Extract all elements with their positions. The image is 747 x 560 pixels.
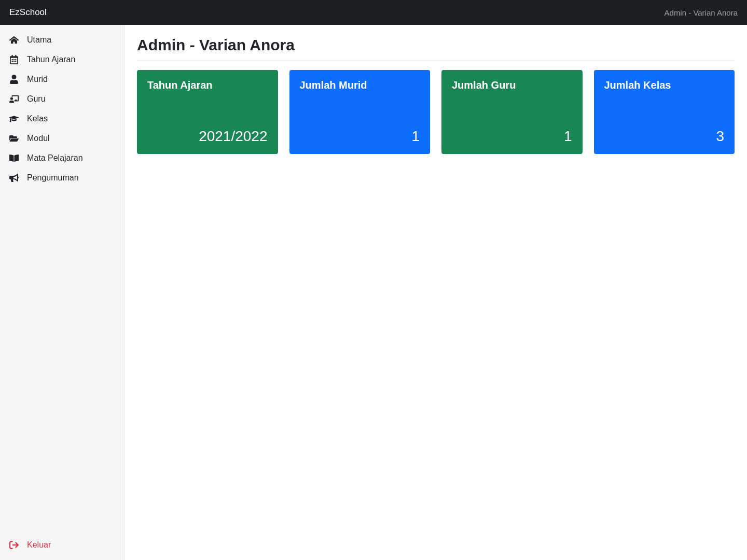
sidebar-item-tahun-ajaran[interactable]: Tahun Ajaran xyxy=(0,50,124,69)
user-icon xyxy=(9,75,19,84)
sidebar-item-guru[interactable]: Guru xyxy=(0,89,124,109)
dashboard-cards: Tahun Ajaran 2021/2022 Jumlah Murid 1 Ju… xyxy=(137,70,735,154)
card-title: Tahun Ajaran xyxy=(147,79,268,91)
sidebar-item-label: Guru xyxy=(27,94,46,104)
sidebar-item-keluar[interactable]: Keluar xyxy=(0,535,124,555)
sign-out-icon xyxy=(9,540,19,550)
sidebar-item-label: Mata Pelajaran xyxy=(27,153,83,163)
card-value: 1 xyxy=(300,128,420,145)
sidebar-item-label: Utama xyxy=(27,35,51,45)
sidebar-item-label: Modul xyxy=(27,134,50,143)
card-jumlah-kelas: Jumlah Kelas 3 xyxy=(594,70,735,154)
sidebar-item-kelas[interactable]: Kelas xyxy=(0,109,124,129)
card-title: Jumlah Kelas xyxy=(604,79,725,91)
sidebar-item-label: Murid xyxy=(27,75,48,84)
topbar-user-label[interactable]: Admin - Varian Anora xyxy=(665,8,738,17)
card-title: Jumlah Murid xyxy=(300,79,420,91)
sidebar-item-pengumuman[interactable]: Pengumuman xyxy=(0,168,124,188)
sidebar: Utama Tahun Ajaran Murid Guru xyxy=(0,25,125,560)
sidebar-item-label: Pengumuman xyxy=(27,173,79,183)
sidebar-item-murid[interactable]: Murid xyxy=(0,69,124,89)
sidebar-item-label: Kelas xyxy=(27,114,48,123)
book-open-icon xyxy=(9,153,19,163)
chalkboard-teacher-icon xyxy=(9,94,19,104)
calendar-icon xyxy=(9,55,19,64)
home-icon xyxy=(9,35,19,45)
card-jumlah-guru: Jumlah Guru 1 xyxy=(441,70,583,154)
graduation-cap-icon xyxy=(9,114,19,123)
sidebar-item-modul[interactable]: Modul xyxy=(0,129,124,148)
card-value: 2021/2022 xyxy=(147,128,268,145)
card-tahun-ajaran: Tahun Ajaran 2021/2022 xyxy=(137,70,278,154)
sidebar-item-label: Tahun Ajaran xyxy=(27,55,75,64)
brand[interactable]: EzSchool xyxy=(9,7,47,18)
sidebar-item-utama[interactable]: Utama xyxy=(0,30,124,50)
page-title: Admin - Varian Anora xyxy=(137,36,735,61)
sidebar-item-label: Keluar xyxy=(27,540,51,550)
card-value: 3 xyxy=(604,128,725,145)
folder-open-icon xyxy=(9,134,19,143)
bullhorn-icon xyxy=(9,173,19,183)
main-content: Admin - Varian Anora Tahun Ajaran 2021/2… xyxy=(125,25,747,560)
card-value: 1 xyxy=(452,128,572,145)
sidebar-item-mata-pelajaran[interactable]: Mata Pelajaran xyxy=(0,148,124,168)
card-jumlah-murid: Jumlah Murid 1 xyxy=(289,70,431,154)
topbar: EzSchool Admin - Varian Anora xyxy=(0,0,747,25)
card-title: Jumlah Guru xyxy=(452,79,572,91)
